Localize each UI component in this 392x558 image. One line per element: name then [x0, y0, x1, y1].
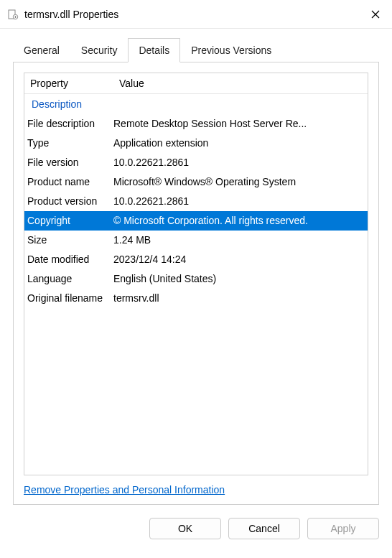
apply-button[interactable]: Apply [307, 518, 379, 539]
tab-bar: General Security Details Previous Versio… [13, 37, 379, 62]
property-value: 2023/12/4 14:24 [113, 253, 368, 266]
remove-properties-link[interactable]: Remove Properties and Personal Informati… [24, 484, 225, 496]
property-value: 10.0.22621.2861 [113, 156, 368, 169]
property-row[interactable]: TypeApplication extension [24, 134, 368, 153]
property-value: 1.24 MB [113, 233, 368, 247]
property-value: termsrv.dll [113, 292, 368, 305]
dialog-buttons: OK Cancel Apply [0, 505, 392, 539]
tab-previous-versions[interactable]: Previous Versions [180, 38, 282, 62]
property-value: English (United States) [113, 272, 368, 286]
tab-general[interactable]: General [13, 38, 70, 62]
ok-button[interactable]: OK [149, 518, 221, 539]
tab-details[interactable]: Details [128, 38, 180, 62]
cancel-button[interactable]: Cancel [228, 518, 300, 539]
property-row[interactable]: File version10.0.22621.2861 [24, 153, 368, 172]
property-value: Application extension [113, 136, 368, 150]
property-label: Type [27, 136, 113, 150]
property-label: Product version [27, 195, 113, 208]
property-value: 10.0.22621.2861 [113, 195, 368, 208]
svg-rect-2 [15, 16, 16, 18]
tab-security[interactable]: Security [70, 38, 129, 62]
property-row[interactable]: LanguageEnglish (United States) [24, 269, 368, 289]
property-row[interactable]: Copyright© Microsoft Corporation. All ri… [24, 211, 368, 231]
details-panel: Property Value Description File descript… [13, 62, 379, 505]
property-label: Language [27, 272, 113, 286]
property-value: Microsoft® Windows® Operating System [113, 175, 368, 189]
property-label: Product name [27, 175, 113, 189]
titlebar: termsrv.dll Properties [0, 0, 392, 29]
file-properties-icon [7, 9, 19, 20]
properties-grid[interactable]: Property Value Description File descript… [24, 73, 368, 475]
close-button[interactable] [359, 0, 392, 29]
group-description[interactable]: Description [24, 94, 368, 114]
column-header-value[interactable]: Value [113, 73, 368, 93]
property-label: File version [27, 156, 113, 169]
property-row[interactable]: Size1.24 MB [24, 231, 368, 250]
property-row[interactable]: Date modified2023/12/4 14:24 [24, 250, 368, 269]
property-value: Remote Desktop Session Host Server Re... [113, 117, 368, 131]
close-icon [371, 10, 380, 19]
property-value: © Microsoft Corporation. All rights rese… [113, 214, 368, 228]
grid-header: Property Value [24, 73, 368, 94]
property-label: Original filename [27, 292, 113, 305]
window-title: termsrv.dll Properties [24, 9, 359, 20]
property-row[interactable]: Product nameMicrosoft® Windows® Operatin… [24, 172, 368, 192]
property-label: Date modified [27, 253, 113, 266]
property-row[interactable]: Product version10.0.22621.2861 [24, 192, 368, 211]
property-row[interactable]: Original filenametermsrv.dll [24, 289, 368, 308]
property-label: Copyright [27, 214, 113, 228]
property-label: File description [27, 117, 113, 131]
property-label: Size [27, 233, 113, 247]
property-row[interactable]: File descriptionRemote Desktop Session H… [24, 114, 368, 134]
column-header-property[interactable]: Property [24, 73, 113, 93]
